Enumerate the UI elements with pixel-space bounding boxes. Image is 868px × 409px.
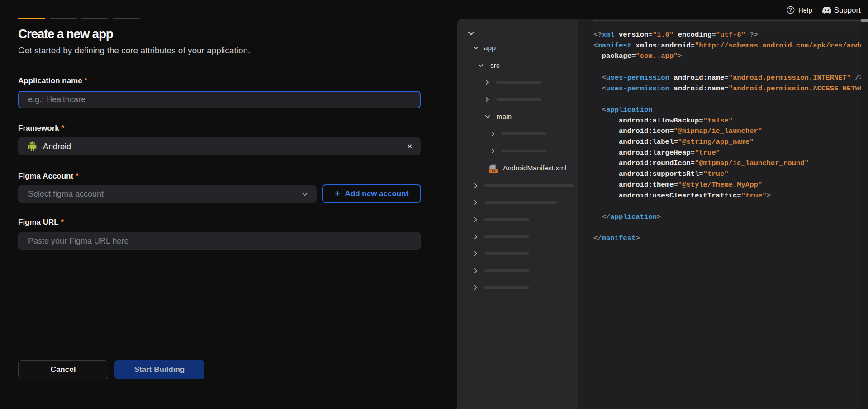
svg-text:<>: <> [492,169,495,173]
